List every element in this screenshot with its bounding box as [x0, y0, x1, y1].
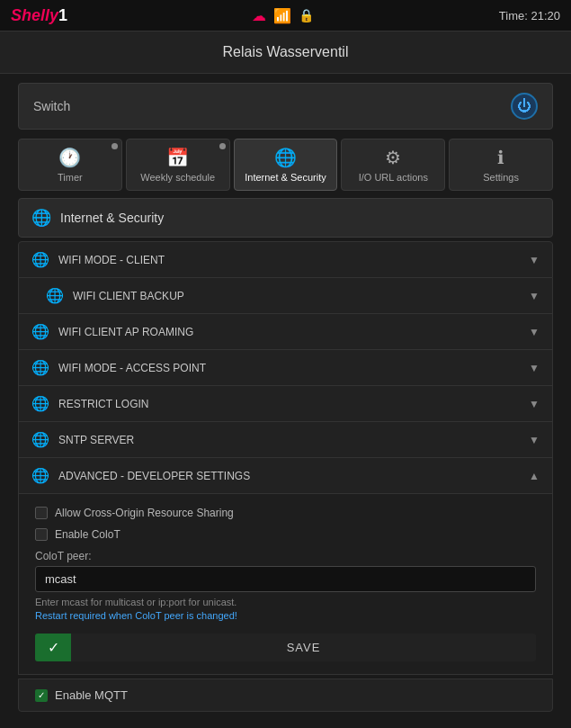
weekly-icon: 📅 [130, 147, 226, 168]
colot-peer-input[interactable] [35, 566, 536, 592]
save-button[interactable]: SAVE [71, 634, 536, 661]
wifi-ap-text: WIFI MODE - ACCESS POINT [58, 362, 206, 374]
internet-icon: 🌐 [238, 147, 334, 168]
advanced-item[interactable]: 🌐 ADVANCED - DEVELOPER SETTINGS ▲ [18, 458, 553, 494]
cors-checkbox[interactable] [35, 507, 48, 519]
app-header: Shelly1 ☁ 📶 🔒 Time: 21:20 [0, 0, 571, 31]
wifi-icon: 📶 [273, 7, 291, 24]
colot-checkbox[interactable] [35, 528, 48, 541]
advanced-developer-panel: Allow Cross-Origin Resource Sharing Enab… [18, 494, 553, 675]
sntp-item[interactable]: 🌐 SNTP SERVER ▼ [18, 422, 553, 458]
tab-io-label: I/O URL actions [359, 172, 428, 183]
restrict-text: RESTRICT LOGIN [58, 398, 148, 410]
wifi-ap-chevron: ▼ [529, 362, 540, 374]
advanced-chevron: ▲ [529, 470, 540, 482]
tab-weekly-schedule[interactable]: 📅 Weekly schedule [126, 139, 230, 191]
timer-icon: 🕐 [22, 147, 118, 168]
wifi-backup-chevron: ▼ [529, 290, 540, 302]
wifi-ap-icon: 🌐 [31, 359, 49, 376]
wifi-client-icon: 🌐 [31, 251, 49, 268]
tab-weekly-label: Weekly schedule [140, 172, 215, 183]
time-value: 21:20 [531, 9, 560, 22]
time-label: Time: [499, 9, 528, 22]
colot-peer-label: ColoT peer: [35, 550, 536, 562]
colot-label: Enable ColoT [55, 528, 120, 541]
advanced-text: ADVANCED - DEVELOPER SETTINGS [58, 470, 250, 482]
nav-tabs: 🕐 Timer 📅 Weekly schedule 🌐 Internet & S… [18, 139, 553, 191]
wifi-client-item[interactable]: 🌐 WIFI MODE - CLIENT ▼ [18, 241, 553, 278]
mqtt-section: ✓ Enable MQTT [18, 679, 553, 712]
logo-number: 1 [58, 6, 67, 24]
tab-settings-label: Settings [483, 172, 519, 183]
internet-security-header: 🌐 Internet & Security [18, 198, 553, 238]
wifi-ap-item[interactable]: 🌐 WIFI MODE - ACCESS POINT ▼ [18, 350, 553, 386]
cors-row: Allow Cross-Origin Resource Sharing [35, 507, 536, 519]
wifi-client-chevron: ▼ [529, 254, 540, 266]
tab-timer[interactable]: 🕐 Timer [18, 139, 122, 191]
mqtt-label: Enable MQTT [55, 688, 128, 702]
wifi-backup-icon: 🌐 [46, 287, 64, 304]
mqtt-checkbox[interactable]: ✓ [35, 689, 48, 702]
logo-shelly: Shelly [11, 6, 58, 24]
wifi-client-text: WIFI MODE - CLIENT [58, 254, 165, 266]
wifi-roaming-text: WIFI CLIENT AP ROAMING [58, 326, 193, 338]
switch-section: Switch ⏻ [18, 83, 553, 130]
app-logo: Shelly1 [11, 6, 67, 25]
cloud-icon: ☁ [252, 7, 266, 24]
sntp-chevron: ▼ [529, 434, 540, 446]
sntp-icon: 🌐 [31, 431, 49, 448]
save-row: ✓ SAVE [35, 634, 536, 661]
tab-settings[interactable]: ℹ Settings [449, 139, 553, 191]
clock: Time: 21:20 [499, 9, 560, 22]
wifi-backup-item[interactable]: 🌐 WIFI CLIENT BACKUP ▼ [18, 278, 553, 314]
tab-timer-label: Timer [58, 172, 83, 183]
page-title: Relais Wasserventil [0, 31, 571, 74]
switch-label: Switch [33, 99, 70, 113]
section-title: Internet & Security [60, 211, 164, 225]
io-icon: ⚙ [345, 147, 441, 168]
tab-internet-label: Internet & Security [245, 172, 326, 183]
settings-icon: ℹ [453, 147, 549, 168]
sntp-text: SNTP SERVER [58, 434, 134, 446]
colot-warning: Restart required when ColoT peer is chan… [35, 610, 536, 621]
mqtt-row: ✓ Enable MQTT [18, 679, 553, 712]
cors-label: Allow Cross-Origin Resource Sharing [55, 507, 234, 519]
wifi-roaming-chevron: ▼ [529, 326, 540, 338]
restrict-chevron: ▼ [529, 398, 540, 410]
colot-enable-row: Enable ColoT [35, 528, 536, 541]
wifi-backup-text: WIFI CLIENT BACKUP [73, 290, 184, 302]
section-globe-icon: 🌐 [31, 208, 51, 228]
lock-icon: 🔒 [299, 8, 314, 22]
save-check-icon[interactable]: ✓ [35, 634, 71, 661]
tab-internet-security[interactable]: 🌐 Internet & Security [234, 139, 338, 191]
settings-list: 🌐 WIFI MODE - CLIENT ▼ 🌐 WIFI CLIENT BAC… [18, 241, 553, 494]
power-button[interactable]: ⏻ [511, 93, 538, 120]
tab-io-url[interactable]: ⚙ I/O URL actions [341, 139, 445, 191]
wifi-roaming-item[interactable]: 🌐 WIFI CLIENT AP ROAMING ▼ [18, 314, 553, 350]
advanced-icon: 🌐 [31, 467, 49, 484]
restrict-login-item[interactable]: 🌐 RESTRICT LOGIN ▼ [18, 386, 553, 422]
colot-peer-group: ColoT peer: Enter mcast for multicast or… [35, 550, 536, 621]
restrict-icon: 🌐 [31, 395, 49, 412]
wifi-roaming-icon: 🌐 [31, 323, 49, 340]
header-status-icons: ☁ 📶 🔒 [252, 7, 314, 24]
colot-hint: Enter mcast for multicast or ip:port for… [35, 597, 536, 607]
